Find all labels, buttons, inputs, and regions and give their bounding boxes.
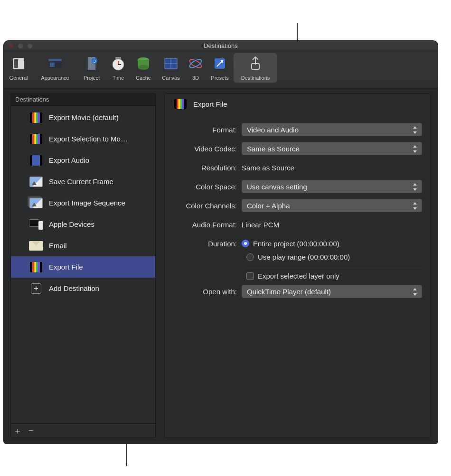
toolbar-destinations[interactable]: Destinations	[234, 53, 277, 83]
preferences-window: Destinations General Appearance 3 Projec…	[4, 41, 438, 444]
duration-entire-project[interactable]: Entire project (00:00:00:00)	[242, 240, 339, 248]
channels-label: Color Channels:	[173, 202, 242, 210]
duration-play-range[interactable]: Use play range (00:00:00:00)	[246, 253, 422, 261]
canvas-icon	[160, 54, 181, 73]
time-icon	[108, 54, 129, 73]
project-icon: 3	[81, 54, 102, 73]
sidebar-item-label: Export Selection to Mo…	[49, 135, 128, 143]
svg-rect-11	[115, 57, 121, 59]
sidebar-item-label: Save Current Frame	[49, 177, 113, 186]
presets-icon	[209, 54, 230, 73]
svg-rect-3	[48, 59, 62, 61]
sidebar-list: Export Movie (default) Export Selection …	[11, 106, 155, 423]
sidebar-item-image-sequence[interactable]: Export Image Sequence	[11, 192, 155, 214]
sidebar-item-label: Add Destination	[49, 284, 99, 292]
toolbar-general[interactable]: General	[4, 53, 33, 81]
devices-icon	[29, 219, 43, 230]
chevron-updown-icon	[412, 287, 419, 297]
window-title: Destinations	[204, 42, 238, 49]
content-area: Destinations Export Movie (default) Expo…	[10, 93, 431, 438]
export-selected-checkbox[interactable]: Export selected layer only	[246, 272, 422, 280]
audiofmt-label: Audio Format:	[173, 221, 242, 229]
sidebar-item-save-frame[interactable]: Save Current Frame	[11, 171, 155, 192]
sidebar-item-label: Export File	[49, 263, 83, 271]
photo-icon	[29, 176, 43, 187]
film-icon	[29, 261, 43, 273]
sidebar-item-label: Export Movie (default)	[49, 113, 119, 121]
zoom-button[interactable]	[27, 43, 33, 49]
openwith-label: Open with:	[173, 288, 242, 296]
toolbar-3d[interactable]: 3D	[185, 53, 206, 81]
toolbar: General Appearance 3 Project Time Cache	[4, 51, 438, 88]
svg-rect-1	[14, 59, 18, 68]
format-label: Format:	[173, 126, 242, 134]
titlebar: Destinations	[4, 41, 438, 51]
film-icon	[173, 98, 188, 110]
sidebar-item-label: Email	[49, 242, 67, 250]
radio-icon	[242, 240, 249, 247]
cache-icon	[133, 54, 154, 73]
resolution-value: Same as Source	[242, 164, 422, 172]
panel-title-row: Export File	[173, 98, 422, 110]
chevron-updown-icon	[412, 144, 419, 154]
traffic-lights	[8, 43, 33, 49]
format-popup[interactable]: Video and Audio	[242, 123, 422, 136]
settings-panel: Export File Format: Video and Audio Vide…	[164, 93, 431, 438]
svg-point-16	[138, 65, 149, 70]
panel-title: Export File	[193, 100, 227, 108]
toolbar-appearance[interactable]: Appearance	[33, 53, 77, 81]
openwith-popup[interactable]: QuickTime Player (default)	[242, 285, 422, 298]
radio-icon	[246, 253, 254, 261]
sidebar-item-label: Apple Devices	[49, 220, 94, 228]
sidebar-item-email[interactable]: Email	[11, 235, 155, 256]
sidebar-item-export-file[interactable]: Export File	[11, 256, 155, 278]
sidebar-item-export-movie[interactable]: Export Movie (default)	[11, 107, 155, 128]
film-icon	[29, 155, 43, 166]
sidebar-header: Destinations	[11, 93, 155, 106]
toolbar-presets[interactable]: Presets	[206, 53, 234, 81]
destinations-sidebar: Destinations Export Movie (default) Expo…	[10, 93, 156, 438]
codec-label: Video Codec:	[173, 145, 242, 153]
codec-popup[interactable]: Same as Source	[242, 142, 422, 155]
plus-box-icon: +	[29, 283, 43, 294]
colorspace-label: Color Space:	[173, 183, 242, 191]
divider	[246, 266, 422, 266]
chevron-updown-icon	[412, 125, 419, 135]
general-icon	[8, 54, 29, 73]
svg-rect-4	[50, 63, 55, 67]
colorspace-popup[interactable]: Use canvas setting	[242, 180, 422, 193]
chevron-updown-icon	[412, 182, 419, 192]
minimize-button[interactable]	[18, 43, 23, 49]
film-icon	[29, 112, 43, 123]
toolbar-canvas[interactable]: Canvas	[157, 53, 185, 81]
toolbar-cache[interactable]: Cache	[130, 53, 157, 81]
chevron-updown-icon	[412, 201, 419, 211]
destinations-icon	[245, 54, 266, 73]
sidebar-footer: ＋ −	[11, 423, 155, 438]
sidebar-item-add-destination[interactable]: + Add Destination	[11, 278, 155, 299]
toolbar-time[interactable]: Time	[106, 53, 130, 81]
film-icon	[29, 133, 43, 145]
sidebar-item-export-audio[interactable]: Export Audio	[11, 149, 155, 171]
3d-icon	[185, 54, 206, 73]
envelope-icon	[29, 240, 43, 252]
sidebar-item-apple-devices[interactable]: Apple Devices	[11, 214, 155, 235]
audiofmt-value: Linear PCM	[242, 221, 422, 229]
svg-rect-6	[86, 57, 88, 70]
channels-popup[interactable]: Color + Alpha	[242, 199, 422, 212]
duration-label: Duration:	[173, 240, 242, 248]
photo-stack-icon	[29, 197, 43, 209]
appearance-icon	[45, 54, 66, 73]
resolution-label: Resolution:	[173, 164, 242, 172]
sidebar-item-label: Export Image Sequence	[49, 199, 125, 207]
add-button[interactable]: ＋	[11, 424, 24, 438]
remove-button[interactable]: −	[24, 424, 38, 438]
toolbar-project[interactable]: 3 Project	[77, 53, 106, 81]
sidebar-item-export-selection[interactable]: Export Selection to Mo…	[11, 128, 155, 149]
close-button[interactable]	[8, 43, 14, 49]
checkbox-icon	[246, 272, 254, 280]
sidebar-item-label: Export Audio	[49, 156, 89, 164]
svg-text:3: 3	[93, 59, 95, 64]
